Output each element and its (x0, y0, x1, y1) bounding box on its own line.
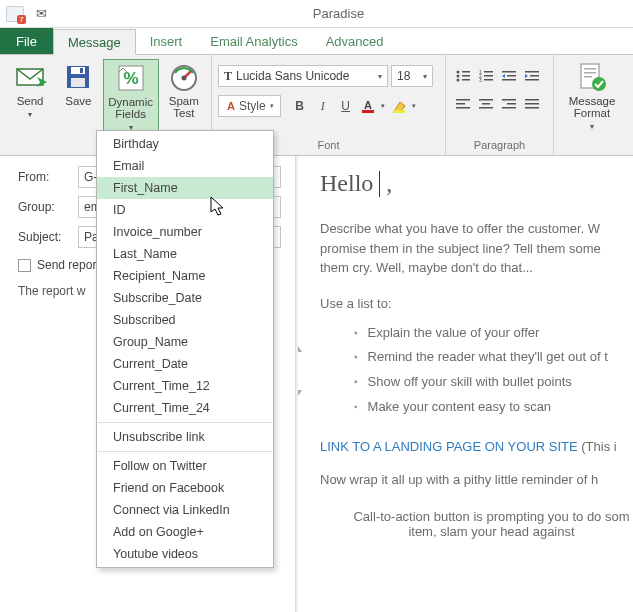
hello-text: Hello (320, 170, 373, 197)
spam-test-label: Spam Test (169, 95, 199, 119)
app-icon (6, 6, 24, 22)
spam-test-button[interactable]: Spam Test (163, 59, 205, 121)
bold-button[interactable]: B (289, 95, 311, 117)
style-a-icon: A (225, 100, 237, 112)
svg-text:A: A (227, 100, 235, 112)
svg-rect-4 (71, 78, 85, 87)
svg-rect-5 (80, 68, 83, 73)
menu-item[interactable]: Friend on Facebook (97, 477, 273, 499)
tab-file[interactable]: File (0, 28, 53, 54)
menu-item[interactable]: Last_Name (97, 243, 273, 265)
indent-button[interactable] (521, 65, 543, 87)
group-label-paragraph: Paragraph (452, 139, 547, 153)
menu-item[interactable]: ID (97, 199, 273, 221)
italic-button[interactable]: I (312, 95, 334, 117)
font-type-icon: T (224, 69, 232, 84)
font-size-select[interactable]: 18 ▾ (391, 65, 433, 87)
outdent-button[interactable] (498, 65, 520, 87)
menu-item[interactable]: Follow on Twitter (97, 455, 273, 477)
underline-button[interactable]: U (335, 95, 357, 117)
svg-point-9 (181, 76, 186, 81)
save-button[interactable]: Save (58, 59, 98, 109)
dynamic-fields-label: Dynamic Fields (108, 96, 153, 120)
list-item: Show off your skill with bullet points (354, 370, 633, 395)
menu-item[interactable]: Group_Name (97, 331, 273, 353)
menu-item[interactable]: Youtube videos (97, 543, 273, 565)
menu-item[interactable]: Email (97, 155, 273, 177)
svg-rect-44 (525, 99, 539, 101)
quick-new-icon[interactable]: ✉ (32, 7, 50, 21)
svg-point-51 (592, 77, 606, 91)
text-cursor (379, 171, 380, 197)
save-label: Save (65, 95, 91, 107)
font-family-select[interactable]: T Lucida Sans Unicode ▾ (218, 65, 388, 87)
ribbon-tabs: File Message Insert Email Analytics Adva… (0, 28, 633, 54)
caret-icon: ▾ (270, 102, 274, 110)
paragraph-1: Describe what you have to offer the cust… (320, 219, 633, 278)
svg-text:3: 3 (479, 77, 482, 83)
menu-item[interactable]: Invoice_number (97, 221, 273, 243)
menu-item[interactable]: Current_Date (97, 353, 273, 375)
caret-icon: ▾ (590, 121, 594, 133)
send-icon (14, 61, 46, 93)
dynamic-fields-menu[interactable]: BirthdayEmailFirst_NameIDInvoice_numberL… (96, 130, 274, 568)
menu-item[interactable]: Birthday (97, 133, 273, 155)
svg-rect-41 (502, 99, 516, 101)
tab-email-analytics[interactable]: Email Analytics (196, 28, 311, 54)
svg-point-17 (457, 75, 460, 78)
tab-message[interactable]: Message (53, 29, 136, 55)
tab-insert[interactable]: Insert (136, 28, 197, 54)
svg-rect-20 (462, 79, 470, 81)
svg-rect-24 (484, 75, 493, 77)
comma: , (386, 170, 392, 197)
send-report-label: Send report (37, 258, 100, 272)
ribbon: Send ▾ Save % Dynamic Fields ▾ S (0, 54, 633, 156)
font-family-value: Lucida Sans Unicode (236, 69, 349, 83)
menu-item[interactable]: Connect via LinkedIn (97, 499, 273, 521)
font-color-button[interactable]: A▾ (358, 95, 388, 117)
menu-item[interactable]: Current_Time_12 (97, 375, 273, 397)
dynamic-fields-button[interactable]: % Dynamic Fields ▾ (103, 59, 159, 137)
bullets-button[interactable] (452, 65, 474, 87)
split-handle[interactable] (296, 346, 300, 396)
svg-text:A: A (364, 99, 372, 111)
cta-text: Call-to-action button is prompting you t… (320, 509, 633, 539)
align-center-button[interactable] (475, 93, 497, 115)
save-icon (62, 61, 94, 93)
svg-rect-32 (530, 75, 539, 77)
style-button[interactable]: A Style ▾ (218, 95, 281, 117)
svg-rect-40 (479, 107, 493, 109)
landing-page-link[interactable]: LINK TO A LANDING PAGE ON YOUR SITE (320, 439, 578, 454)
menu-item[interactable]: Current_Time_24 (97, 397, 273, 419)
editor-pane[interactable]: Hello , Describe what you have to offer … (296, 156, 633, 612)
menu-item[interactable]: First_Name (97, 177, 273, 199)
window-title: Paradise (50, 6, 627, 21)
svg-rect-16 (462, 71, 470, 73)
caret-icon: ▾ (28, 109, 32, 121)
align-left-button[interactable] (452, 93, 474, 115)
subject-label: Subject: (18, 230, 70, 244)
menu-item[interactable]: Recipient_Name (97, 265, 273, 287)
gauge-icon (168, 61, 200, 93)
menu-item[interactable]: Unsubscribe link (97, 426, 273, 448)
svg-rect-33 (525, 79, 539, 81)
bullet-list: Explain the value of your offer Remind t… (354, 321, 633, 420)
menu-item[interactable]: Subscribe_Date (97, 287, 273, 309)
align-justify-button[interactable] (521, 93, 543, 115)
send-button[interactable]: Send ▾ (6, 59, 54, 123)
tab-advanced[interactable]: Advanced (312, 28, 398, 54)
svg-rect-18 (462, 75, 470, 77)
caret-icon: ▾ (423, 72, 427, 81)
menu-item[interactable]: Subscribed (97, 309, 273, 331)
menu-item[interactable]: Add on Google+ (97, 521, 273, 543)
send-report-checkbox[interactable] (18, 259, 31, 272)
align-right-button[interactable] (498, 93, 520, 115)
numbering-button[interactable]: 123 (475, 65, 497, 87)
svg-text:%: % (123, 69, 138, 88)
svg-rect-22 (484, 71, 493, 73)
message-format-button[interactable]: Message Format ▾ (560, 59, 624, 135)
style-label: Style (239, 99, 266, 113)
message-format-label: Message Format (569, 95, 616, 119)
highlight-button[interactable]: ▾ (389, 95, 419, 117)
menu-separator (98, 451, 272, 452)
